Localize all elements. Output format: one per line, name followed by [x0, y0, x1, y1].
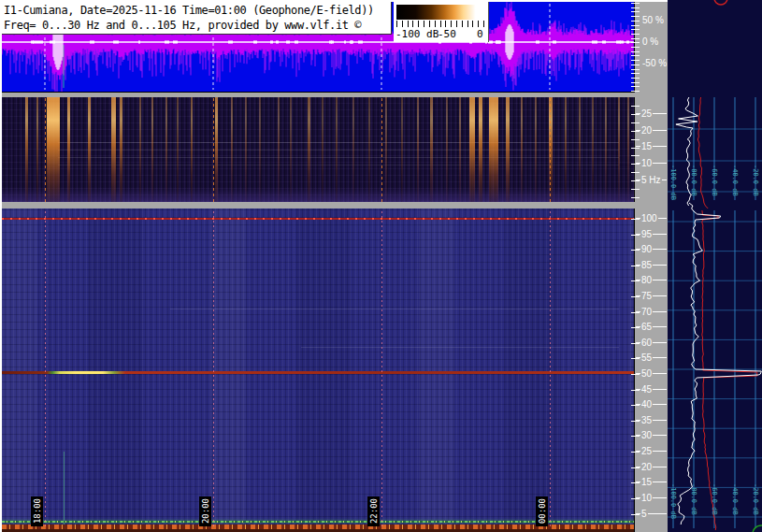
legend-tick [472, 21, 473, 27]
event-streak [489, 97, 498, 202]
scale-tick [631, 69, 640, 70]
scale-tick [631, 235, 640, 236]
percent-scale-label: 0 % [642, 36, 658, 47]
freq-scale-label: 10 [636, 493, 667, 503]
scale-tick [631, 498, 640, 499]
event-streak [139, 97, 141, 202]
freq-scale-label: 25 [636, 108, 667, 119]
scale-tick [631, 197, 640, 198]
event-streak [469, 97, 475, 202]
event-streak [401, 97, 403, 202]
event-streak [479, 97, 482, 202]
event-streak [605, 97, 607, 202]
legend-tick [456, 21, 457, 27]
scale-tick [631, 312, 640, 313]
time-label-text: 00:00 [538, 498, 547, 524]
event-streak [111, 97, 116, 202]
scale-tick [631, 327, 640, 328]
db-axis-label: -20.0 dB [751, 165, 760, 196]
scale-tick [631, 405, 640, 406]
scale-tick [631, 514, 640, 515]
freq-scale-label: 85 [636, 260, 667, 270]
time-gridline [213, 97, 214, 202]
scale-tick [631, 266, 640, 266]
scale-tick [631, 78, 640, 79]
freq-scale-label: 15 [636, 477, 667, 487]
legend-tick [462, 21, 463, 27]
freq-scale-label: 70 [636, 307, 667, 317]
db-axis-label: -20.0 dB [751, 483, 760, 515]
scale-tick [631, 390, 640, 391]
color-scale-legend: -100 dB -50 0 [394, 2, 489, 42]
scale-tick [631, 250, 640, 251]
scale-tick [631, 452, 640, 453]
event-streak [191, 97, 193, 202]
time-gridline [45, 210, 46, 526]
event-streak [88, 97, 91, 202]
legend-tick [396, 21, 397, 27]
event-streak [521, 97, 523, 202]
scale-tick [631, 122, 640, 123]
scale-tick [631, 219, 640, 220]
scale-tick [631, 29, 640, 30]
event-streak [245, 97, 247, 202]
freq-scale-label: 15 [636, 141, 667, 151]
event-streak [47, 97, 60, 202]
scale-tick [631, 421, 640, 422]
legend-tick [440, 21, 441, 27]
scale-tick [631, 139, 640, 140]
freq-scale-label: 60 [636, 338, 667, 348]
scale-tick [631, 482, 640, 483]
legend-tick [408, 21, 409, 27]
event-streak [36, 97, 38, 202]
freq-scale-label: 25 [636, 446, 667, 456]
freq-scale-label: 20 [636, 125, 667, 136]
scale-tick [631, 25, 640, 26]
spectrum-side-panel: -100.0 dB-100.0 dB-80.0 dB-80.0 dB-60.0 … [668, 0, 762, 532]
freq-scale-label: 20 [636, 462, 667, 472]
hum-line-100hz [2, 218, 634, 220]
scale-tick [631, 34, 640, 35]
time-label: 22:00 [367, 496, 380, 526]
event-streak [446, 97, 448, 202]
efield-spectrogram: 18:0020:0022:0000:00 [2, 208, 634, 532]
db-axis-label: -80.0 dB [689, 483, 698, 515]
freq-scale-label: 75 [636, 291, 667, 301]
percent-scale-label: 50 % [642, 15, 664, 25]
legend-tick [418, 21, 419, 27]
scale-tick [631, 55, 640, 56]
time-label-text: 20:00 [201, 498, 210, 524]
percent-scale-label: -50 % [642, 58, 667, 68]
title-line-1: I1-Cumiana, Date=2025-11-16 Time=01:00 (… [4, 3, 391, 18]
scale-tick [631, 21, 640, 22]
freq-scale-label: 5 Hz [636, 175, 667, 185]
hum-line-50hz [2, 371, 634, 374]
time-label-text: 22:00 [369, 498, 379, 524]
scale-tick [631, 47, 640, 48]
db-axis-label: -40.0 dB [730, 165, 740, 196]
freq-scale-label: 45 [636, 384, 667, 395]
time-gridline [45, 97, 46, 202]
scale-gutter: 50 %0 %-50 %252015105 Hz1009590858075706… [635, 0, 668, 532]
legend-tick [424, 21, 424, 27]
freq-scale-label: 80 [636, 275, 667, 285]
db-axis-label: -100.0 dB [669, 165, 678, 200]
border [0, 0, 668, 2]
db-axis-label: -80.0 dB [689, 165, 698, 196]
scale-tick [631, 172, 640, 173]
event-streak [290, 97, 292, 202]
freq-scale-label: 95 [636, 229, 667, 239]
time-gridline [550, 97, 551, 202]
scale-tick [631, 11, 640, 12]
event-streak [25, 97, 28, 202]
freq-scale-label: 40 [636, 399, 667, 410]
db-axis-label: -60.0 dB [710, 165, 719, 196]
db-axis-label: -100.0 dB [669, 483, 678, 519]
legend-tick [445, 21, 446, 27]
freq-scale-label: 10 [636, 158, 667, 168]
event-streak [215, 97, 218, 202]
scale-tick [631, 65, 640, 65]
scale-tick [631, 7, 640, 8]
geophone-spectrogram [2, 97, 634, 202]
faint-line [301, 347, 619, 348]
